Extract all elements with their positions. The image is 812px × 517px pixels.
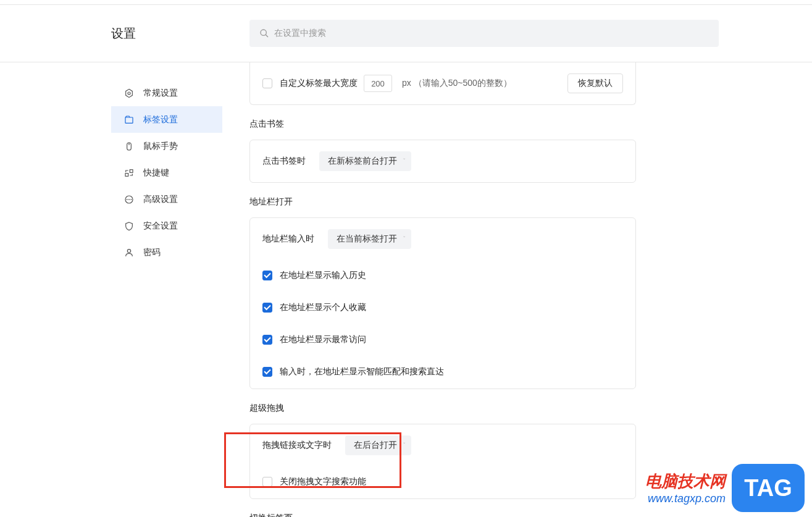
option-smart-match-row: 输入时，在地址栏显示智能匹配和搜索直达 xyxy=(262,366,623,377)
sidebar-item-tabs[interactable]: 标签设置 xyxy=(111,106,222,133)
mouse-icon xyxy=(123,141,135,152)
svg-marker-2 xyxy=(126,89,133,97)
option-favorites-row: 在地址栏显示个人收藏 xyxy=(262,302,623,313)
chevron-down-icon: ˇ xyxy=(403,236,405,243)
chevron-down-icon: ˇ xyxy=(403,158,405,165)
option-frequent-row: 在地址栏显示最常访问 xyxy=(262,334,623,345)
option-label: 输入时，在地址栏显示智能匹配和搜索直达 xyxy=(280,366,444,377)
svg-point-13 xyxy=(127,249,130,252)
close-drag-search-row: 关闭拖拽文字搜索功能 xyxy=(262,476,623,487)
svg-rect-4 xyxy=(125,117,133,123)
tab-width-card: 自定义标签最大宽度 px （请输入50~500的整数） 恢复默认 xyxy=(249,62,636,105)
option-history-checkbox[interactable] xyxy=(262,271,272,280)
tab-width-input[interactable] xyxy=(364,75,392,92)
sidebar-item-label: 安全设置 xyxy=(143,221,178,232)
gear-icon xyxy=(123,88,135,99)
search-placeholder: 在设置中搜索 xyxy=(274,28,326,39)
address-bar-select-row: 地址栏输入时 在当前标签打开 ˇ xyxy=(262,229,623,249)
sidebar-item-general[interactable]: 常规设置 xyxy=(111,80,222,106)
sidebar-item-password[interactable]: 密码 xyxy=(111,239,222,266)
option-label: 关闭拖拽文字搜索功能 xyxy=(280,476,366,487)
chevron-down-icon: ˇ xyxy=(403,442,405,449)
topbar xyxy=(0,0,812,5)
click-bookmark-row: 点击书签时 在新标签前台打开 ˇ xyxy=(262,151,623,171)
tab-width-label: 自定义标签最大宽度 xyxy=(280,78,358,89)
svg-line-1 xyxy=(266,35,268,37)
sidebar-item-shortcut[interactable]: 快捷键 xyxy=(111,159,222,186)
tab-icon xyxy=(123,114,135,125)
option-frequent-checkbox[interactable] xyxy=(262,335,272,345)
super-drag-card: 拖拽链接或文字时 在后台打开 ˇ 关闭拖拽文字搜索功能 xyxy=(249,424,636,499)
person-icon xyxy=(123,247,135,258)
dots-icon xyxy=(123,194,135,205)
click-bookmark-title: 点击书签 xyxy=(249,119,636,130)
sidebar-item-label: 常规设置 xyxy=(143,88,178,99)
sidebar-item-mouse[interactable]: 鼠标手势 xyxy=(111,133,222,159)
main: 常规设置 标签设置 鼠标手势 快捷键 高级设置 xyxy=(0,62,812,517)
watermark: 电脑技术网 www.tagxp.com TAG xyxy=(645,464,805,512)
address-bar-title: 地址栏打开 xyxy=(249,196,636,208)
address-bar-select[interactable]: 在当前标签打开 ˇ xyxy=(328,229,411,249)
tab-width-checkbox[interactable] xyxy=(262,78,272,88)
svg-point-0 xyxy=(261,30,266,35)
super-drag-title: 超级拖拽 xyxy=(249,403,636,414)
sidebar-item-label: 密码 xyxy=(143,247,161,258)
click-bookmark-label: 点击书签时 xyxy=(262,156,306,167)
address-bar-label: 地址栏输入时 xyxy=(262,233,314,245)
option-label: 在地址栏显示个人收藏 xyxy=(280,302,366,313)
sidebar-item-security[interactable]: 安全设置 xyxy=(111,212,222,239)
sidebar-item-label: 快捷键 xyxy=(143,167,169,179)
option-favorites-checkbox[interactable] xyxy=(262,303,272,313)
sidebar: 常规设置 标签设置 鼠标手势 快捷键 高级设置 xyxy=(111,62,222,517)
option-label: 在地址栏显示最常访问 xyxy=(280,334,366,345)
content: 自定义标签最大宽度 px （请输入50~500的整数） 恢复默认 点击书签 点击… xyxy=(222,62,729,517)
svg-point-3 xyxy=(128,92,130,95)
select-value: 在新标签前台打开 xyxy=(328,156,397,167)
option-smart-match-checkbox[interactable] xyxy=(262,367,272,377)
watermark-tag: TAG xyxy=(732,464,805,512)
sidebar-item-label: 高级设置 xyxy=(143,194,178,205)
address-bar-card: 地址栏输入时 在当前标签打开 ˇ 在地址栏显示输入历史 在地址栏显示个人收藏 在… xyxy=(249,217,636,389)
switch-tab-title: 切换标签页 xyxy=(249,513,636,517)
click-bookmark-select[interactable]: 在新标签前台打开 ˇ xyxy=(319,151,411,171)
svg-point-11 xyxy=(129,199,130,200)
header: 设置 在设置中搜索 xyxy=(0,5,812,62)
sidebar-item-label: 标签设置 xyxy=(143,114,178,125)
super-drag-select[interactable]: 在后台打开 ˇ xyxy=(345,435,411,455)
select-value: 在后台打开 xyxy=(354,440,397,451)
select-value: 在当前标签打开 xyxy=(337,233,397,245)
tab-width-hint: px （请输入50~500的整数） xyxy=(402,78,512,89)
svg-rect-8 xyxy=(130,169,133,172)
sidebar-item-label: 鼠标手势 xyxy=(143,141,178,152)
svg-point-12 xyxy=(131,199,132,200)
option-history-row: 在地址栏显示输入历史 xyxy=(262,270,623,281)
svg-rect-7 xyxy=(125,173,128,176)
watermark-url: www.tagxp.com xyxy=(645,492,726,505)
page-title: 设置 xyxy=(111,25,249,42)
super-drag-label: 拖拽链接或文字时 xyxy=(262,440,332,451)
watermark-title: 电脑技术网 xyxy=(645,471,726,492)
search-input[interactable]: 在设置中搜索 xyxy=(249,20,719,47)
close-drag-search-checkbox[interactable] xyxy=(262,477,272,487)
shield-icon xyxy=(123,221,135,232)
tab-width-row: 自定义标签最大宽度 px （请输入50~500的整数） 恢复默认 xyxy=(262,74,623,93)
restore-default-button[interactable]: 恢复默认 xyxy=(567,74,623,93)
sidebar-item-advanced[interactable]: 高级设置 xyxy=(111,186,222,212)
shortcut-icon xyxy=(123,167,135,179)
click-bookmark-card: 点击书签时 在新标签前台打开 ˇ xyxy=(249,140,636,183)
search-icon xyxy=(259,28,269,38)
super-drag-select-row: 拖拽链接或文字时 在后台打开 ˇ xyxy=(262,435,623,455)
svg-point-10 xyxy=(127,199,127,200)
option-label: 在地址栏显示输入历史 xyxy=(280,270,366,281)
